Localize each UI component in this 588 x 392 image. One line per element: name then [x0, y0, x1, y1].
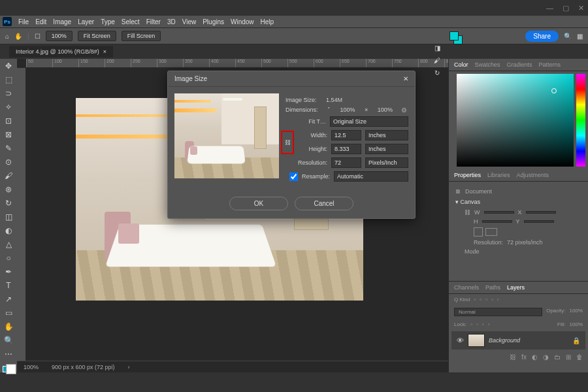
fit-to-select[interactable]: Original Size — [330, 116, 408, 127]
scroll-all-checkbox[interactable]: ☐ — [35, 33, 41, 40]
canvas-section-label[interactable]: ▾ Canvas — [455, 199, 581, 205]
menu-type[interactable]: Type — [101, 18, 115, 25]
menu-edit[interactable]: Edit — [35, 18, 46, 25]
hand-tool-icon[interactable]: ✋ — [14, 33, 22, 40]
tab-gradients[interactable]: Gradients — [507, 61, 532, 68]
hue-slider[interactable] — [576, 74, 585, 167]
height-input[interactable] — [482, 220, 512, 223]
brush-tool-icon[interactable]: 🖌 — [3, 171, 14, 180]
lock-icon[interactable]: ▫ — [488, 321, 490, 327]
healing-tool-icon[interactable]: ⊙ — [3, 157, 14, 167]
search-icon[interactable]: 🔍 — [564, 33, 572, 40]
resample-select[interactable]: Automatic — [334, 171, 408, 182]
lock-icon[interactable]: 🔒 — [572, 337, 580, 344]
layer-row[interactable]: 👁 Background 🔒 — [451, 331, 585, 350]
edit-toolbar-icon[interactable]: ⋯ — [3, 350, 14, 359]
frame-tool-icon[interactable]: ⊠ — [3, 130, 14, 139]
filter-icon[interactable]: ▫ — [480, 297, 482, 302]
lock-icon[interactable]: ▫ — [476, 321, 478, 327]
menu-3d[interactable]: 3D — [167, 18, 176, 25]
dim-dropdown-icon[interactable]: ˅ — [327, 106, 331, 113]
resolution-unit-select[interactable]: Pixels/Inch — [365, 157, 408, 168]
ok-button[interactable]: OK — [229, 197, 288, 210]
shape-tool-icon[interactable]: ▭ — [3, 308, 14, 318]
height-unit-select[interactable]: Inches — [365, 144, 408, 154]
delete-icon[interactable]: 🗑 — [576, 353, 583, 361]
link-layers-icon[interactable]: ⛓ — [510, 353, 516, 361]
tab-patterns[interactable]: Patterns — [539, 61, 561, 68]
minimize-icon[interactable]: — — [546, 4, 553, 12]
path-tool-icon[interactable]: ↗ — [3, 295, 14, 304]
tab-swatches[interactable]: Swatches — [475, 61, 500, 68]
adjustment-icon[interactable]: ◑ — [543, 353, 549, 361]
x-input[interactable] — [526, 211, 556, 214]
blur-tool-icon[interactable]: △ — [3, 240, 14, 249]
color-field[interactable] — [457, 74, 574, 167]
type-tool-icon[interactable]: T — [3, 281, 14, 290]
width-input[interactable] — [484, 211, 514, 214]
fill-screen-button[interactable]: Fill Screen — [122, 31, 161, 41]
height-field[interactable] — [331, 144, 361, 154]
menu-plugins[interactable]: Plugins — [203, 18, 224, 25]
menu-file[interactable]: File — [18, 18, 29, 25]
y-input[interactable] — [524, 220, 554, 223]
history-brush-icon[interactable]: ↻ — [3, 199, 14, 208]
maximize-icon[interactable]: ▢ — [563, 4, 569, 12]
tab-close-icon[interactable]: × — [103, 48, 106, 55]
tab-layers[interactable]: Layers — [507, 284, 525, 291]
fill-input[interactable]: 100% — [570, 321, 583, 327]
panel-icon[interactable]: ◨ — [434, 44, 440, 52]
layer-thumbnail[interactable] — [468, 334, 485, 347]
status-chevron-icon[interactable]: › — [128, 364, 130, 370]
mask-icon[interactable]: ◐ — [532, 353, 538, 361]
zoom-level[interactable]: 100% — [46, 31, 73, 41]
wand-tool-icon[interactable]: ✧ — [3, 103, 14, 112]
color-swatch[interactable] — [3, 366, 14, 372]
tab-paths[interactable]: Paths — [485, 284, 500, 291]
filter-icon[interactable]: ▫ — [485, 297, 487, 302]
workspace-icon[interactable]: ▦ — [577, 33, 583, 40]
status-zoom[interactable]: 100% — [24, 364, 39, 370]
group-icon[interactable]: 🗀 — [554, 353, 561, 361]
menu-select[interactable]: Select — [122, 18, 140, 25]
tab-libraries[interactable]: Libraries — [487, 172, 510, 178]
link-dims-icon[interactable]: ⛓ — [465, 209, 470, 216]
visibility-icon[interactable]: 👁 — [457, 336, 464, 344]
orientation-landscape-icon[interactable] — [485, 228, 497, 236]
fx-icon[interactable]: fx — [521, 353, 527, 361]
resolution-field[interactable] — [331, 157, 361, 168]
new-layer-icon[interactable]: ⊞ — [566, 353, 571, 361]
menu-help[interactable]: Help — [261, 18, 274, 25]
filter-icon[interactable]: ▫ — [474, 297, 476, 302]
opacity-input[interactable]: 100% — [570, 308, 583, 316]
marquee-tool-icon[interactable]: ⬚ — [3, 75, 14, 84]
history-panel-icon[interactable]: ↻ — [434, 69, 440, 76]
menu-view[interactable]: View — [182, 18, 197, 25]
resample-checkbox[interactable] — [289, 172, 298, 181]
filter-icon[interactable]: ▫ — [491, 297, 493, 302]
orientation-portrait-icon[interactable] — [474, 227, 483, 237]
tab-color[interactable]: Color — [454, 61, 468, 68]
layer-name[interactable]: Background — [489, 337, 520, 344]
tab-adjustments[interactable]: Adjustments — [517, 172, 549, 178]
lock-icon[interactable]: ▫ — [470, 321, 472, 327]
menu-layer[interactable]: Layer — [78, 18, 94, 25]
dodge-tool-icon[interactable]: ○ — [3, 253, 14, 263]
lasso-tool-icon[interactable]: ⊃ — [3, 89, 14, 98]
color-mini-swatch[interactable] — [449, 31, 463, 44]
zoom-tool-icon[interactable]: 🔍 — [3, 336, 14, 345]
eraser-tool-icon[interactable]: ◫ — [3, 212, 14, 221]
width-field[interactable] — [331, 130, 361, 140]
move-tool-icon[interactable]: ✥ — [3, 61, 14, 71]
eyedropper-tool-icon[interactable]: ✎ — [3, 144, 14, 153]
tab-properties[interactable]: Properties — [454, 172, 481, 178]
hand-tool-icon[interactable]: ✋ — [3, 322, 14, 331]
document-tab[interactable]: Interior 4.jpg @ 100% (RGB/8#) × — [9, 46, 113, 57]
dialog-close-icon[interactable]: ✕ — [403, 75, 408, 82]
stamp-tool-icon[interactable]: ⊛ — [3, 185, 14, 194]
crop-tool-icon[interactable]: ⊡ — [3, 116, 14, 125]
kind-filter[interactable]: Q Kind — [454, 297, 470, 302]
menu-window[interactable]: Window — [231, 18, 254, 25]
blend-mode-select[interactable]: Normal — [454, 308, 542, 316]
menu-filter[interactable]: Filter — [146, 18, 161, 25]
